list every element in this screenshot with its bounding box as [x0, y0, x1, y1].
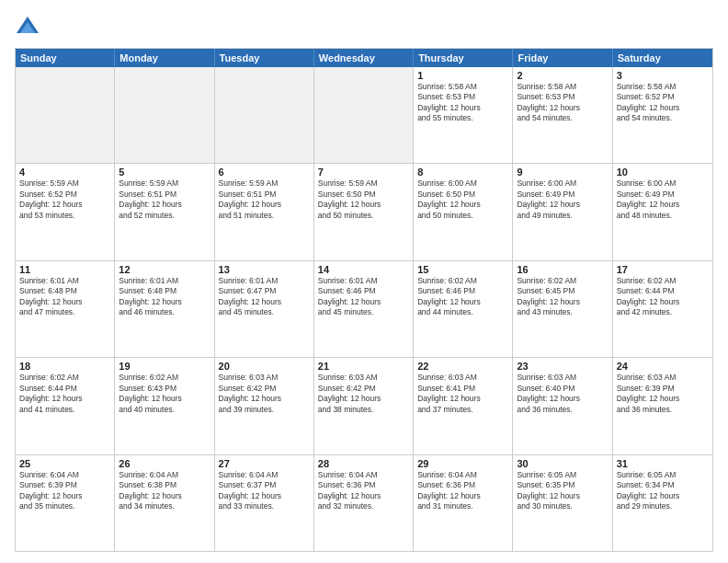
calendar: SundayMondayTuesdayWednesdayThursdayFrid…: [15, 48, 713, 552]
calendar-cell: 16Sunrise: 6:02 AM Sunset: 6:45 PM Dayli…: [513, 261, 612, 357]
calendar-header-cell: Monday: [115, 49, 214, 67]
day-number: 2: [517, 70, 608, 81]
day-number: 18: [19, 361, 110, 372]
day-info: Sunrise: 6:05 AM Sunset: 6:35 PM Dayligh…: [517, 470, 608, 512]
day-info: Sunrise: 6:02 AM Sunset: 6:46 PM Dayligh…: [417, 276, 508, 318]
calendar-header-cell: Thursday: [414, 49, 513, 67]
calendar-row: 1Sunrise: 5:58 AM Sunset: 6:53 PM Daylig…: [16, 67, 712, 163]
calendar-cell: [115, 67, 214, 163]
calendar-cell: 11Sunrise: 6:01 AM Sunset: 6:48 PM Dayli…: [16, 261, 115, 357]
day-number: 8: [417, 167, 508, 178]
day-number: 13: [219, 264, 310, 275]
day-info: Sunrise: 6:02 AM Sunset: 6:45 PM Dayligh…: [517, 276, 608, 318]
day-info: Sunrise: 5:58 AM Sunset: 6:53 PM Dayligh…: [417, 82, 508, 124]
day-number: 21: [318, 361, 409, 372]
day-info: Sunrise: 6:04 AM Sunset: 6:36 PM Dayligh…: [417, 470, 508, 512]
calendar-cell: [215, 67, 314, 163]
calendar-row: 4Sunrise: 5:59 AM Sunset: 6:52 PM Daylig…: [16, 163, 712, 259]
day-info: Sunrise: 6:03 AM Sunset: 6:42 PM Dayligh…: [318, 373, 409, 415]
calendar-cell: 15Sunrise: 6:02 AM Sunset: 6:46 PM Dayli…: [414, 261, 513, 357]
calendar-cell: 30Sunrise: 6:05 AM Sunset: 6:35 PM Dayli…: [513, 455, 612, 551]
calendar-header-cell: Saturday: [613, 49, 712, 67]
day-info: Sunrise: 6:02 AM Sunset: 6:44 PM Dayligh…: [19, 373, 110, 415]
day-number: 20: [219, 361, 310, 372]
day-number: 6: [219, 167, 310, 178]
calendar-cell: 4Sunrise: 5:59 AM Sunset: 6:52 PM Daylig…: [16, 164, 115, 259]
calendar-cell: 29Sunrise: 6:04 AM Sunset: 6:36 PM Dayli…: [414, 455, 513, 551]
day-info: Sunrise: 6:04 AM Sunset: 6:36 PM Dayligh…: [318, 470, 409, 512]
day-number: 26: [119, 458, 210, 469]
day-number: 27: [219, 458, 310, 469]
day-number: 23: [517, 361, 608, 372]
calendar-cell: 26Sunrise: 6:04 AM Sunset: 6:38 PM Dayli…: [115, 455, 214, 551]
day-info: Sunrise: 6:00 AM Sunset: 6:49 PM Dayligh…: [517, 178, 608, 221]
day-number: 12: [119, 264, 210, 275]
day-info: Sunrise: 6:04 AM Sunset: 6:39 PM Dayligh…: [19, 470, 110, 512]
day-info: Sunrise: 6:01 AM Sunset: 6:47 PM Dayligh…: [219, 276, 310, 318]
day-number: 15: [417, 264, 508, 275]
day-number: 5: [119, 167, 210, 178]
calendar-cell: 13Sunrise: 6:01 AM Sunset: 6:47 PM Dayli…: [215, 261, 314, 357]
day-info: Sunrise: 5:59 AM Sunset: 6:52 PM Dayligh…: [19, 178, 110, 221]
calendar-cell: 14Sunrise: 6:01 AM Sunset: 6:46 PM Dayli…: [314, 261, 414, 357]
day-number: 19: [119, 361, 210, 372]
day-info: Sunrise: 6:01 AM Sunset: 6:48 PM Dayligh…: [19, 276, 110, 318]
calendar-cell: 31Sunrise: 6:05 AM Sunset: 6:34 PM Dayli…: [613, 455, 712, 551]
calendar-cell: 12Sunrise: 6:01 AM Sunset: 6:48 PM Dayli…: [115, 261, 214, 357]
calendar-cell: [314, 67, 414, 163]
calendar-cell: 2Sunrise: 5:58 AM Sunset: 6:53 PM Daylig…: [513, 67, 612, 163]
day-number: 29: [417, 458, 508, 469]
calendar-cell: 21Sunrise: 6:03 AM Sunset: 6:42 PM Dayli…: [314, 358, 414, 454]
day-number: 10: [617, 167, 709, 178]
calendar-cell: 24Sunrise: 6:03 AM Sunset: 6:39 PM Dayli…: [613, 358, 712, 454]
day-info: Sunrise: 6:02 AM Sunset: 6:44 PM Dayligh…: [617, 276, 709, 318]
day-info: Sunrise: 5:59 AM Sunset: 6:51 PM Dayligh…: [119, 178, 210, 221]
day-info: Sunrise: 6:01 AM Sunset: 6:46 PM Dayligh…: [318, 276, 409, 318]
day-info: Sunrise: 6:05 AM Sunset: 6:34 PM Dayligh…: [617, 470, 709, 512]
calendar-cell: 6Sunrise: 5:59 AM Sunset: 6:51 PM Daylig…: [215, 164, 314, 259]
calendar-cell: 1Sunrise: 5:58 AM Sunset: 6:53 PM Daylig…: [414, 67, 513, 163]
calendar-cell: 5Sunrise: 5:59 AM Sunset: 6:51 PM Daylig…: [115, 164, 214, 259]
day-info: Sunrise: 6:00 AM Sunset: 6:49 PM Dayligh…: [617, 178, 709, 221]
day-info: Sunrise: 6:00 AM Sunset: 6:50 PM Dayligh…: [417, 178, 508, 221]
day-info: Sunrise: 6:04 AM Sunset: 6:38 PM Dayligh…: [119, 470, 210, 512]
day-info: Sunrise: 5:58 AM Sunset: 6:52 PM Dayligh…: [617, 82, 709, 124]
day-info: Sunrise: 6:03 AM Sunset: 6:39 PM Dayligh…: [617, 373, 709, 415]
day-info: Sunrise: 6:02 AM Sunset: 6:43 PM Dayligh…: [119, 373, 210, 415]
day-number: 1: [417, 70, 508, 81]
calendar-header-cell: Tuesday: [215, 49, 314, 67]
logo: [15, 15, 44, 40]
calendar-cell: 8Sunrise: 6:00 AM Sunset: 6:50 PM Daylig…: [414, 164, 513, 259]
calendar-row: 25Sunrise: 6:04 AM Sunset: 6:39 PM Dayli…: [16, 454, 712, 551]
day-info: Sunrise: 6:03 AM Sunset: 6:42 PM Dayligh…: [219, 373, 310, 415]
logo-icon: [15, 15, 40, 40]
calendar-row: 18Sunrise: 6:02 AM Sunset: 6:44 PM Dayli…: [16, 357, 712, 454]
calendar-cell: 10Sunrise: 6:00 AM Sunset: 6:49 PM Dayli…: [613, 164, 712, 259]
calendar-cell: 25Sunrise: 6:04 AM Sunset: 6:39 PM Dayli…: [16, 455, 115, 551]
day-info: Sunrise: 5:59 AM Sunset: 6:51 PM Dayligh…: [219, 178, 310, 221]
day-number: 3: [617, 70, 709, 81]
calendar-header-cell: Wednesday: [314, 49, 414, 67]
calendar-body: 1Sunrise: 5:58 AM Sunset: 6:53 PM Daylig…: [16, 67, 712, 551]
calendar-cell: [16, 67, 115, 163]
calendar-cell: 27Sunrise: 6:04 AM Sunset: 6:37 PM Dayli…: [215, 455, 314, 551]
calendar-cell: 17Sunrise: 6:02 AM Sunset: 6:44 PM Dayli…: [613, 261, 712, 357]
calendar-header-cell: Sunday: [16, 49, 115, 67]
day-number: 16: [517, 264, 608, 275]
day-number: 25: [19, 458, 110, 469]
day-number: 7: [318, 167, 409, 178]
calendar-cell: 7Sunrise: 5:59 AM Sunset: 6:50 PM Daylig…: [314, 164, 414, 259]
day-info: Sunrise: 5:58 AM Sunset: 6:53 PM Dayligh…: [517, 82, 608, 124]
calendar-cell: 23Sunrise: 6:03 AM Sunset: 6:40 PM Dayli…: [513, 358, 612, 454]
day-info: Sunrise: 6:01 AM Sunset: 6:48 PM Dayligh…: [119, 276, 210, 318]
day-info: Sunrise: 6:03 AM Sunset: 6:41 PM Dayligh…: [417, 373, 508, 415]
calendar-header: SundayMondayTuesdayWednesdayThursdayFrid…: [16, 49, 712, 67]
day-number: 4: [19, 167, 110, 178]
day-info: Sunrise: 6:03 AM Sunset: 6:40 PM Dayligh…: [517, 373, 608, 415]
calendar-cell: 3Sunrise: 5:58 AM Sunset: 6:52 PM Daylig…: [613, 67, 712, 163]
day-number: 9: [517, 167, 608, 178]
calendar-cell: 9Sunrise: 6:00 AM Sunset: 6:49 PM Daylig…: [513, 164, 612, 259]
day-number: 11: [19, 264, 110, 275]
page: SundayMondayTuesdayWednesdayThursdayFrid…: [0, 0, 728, 563]
calendar-cell: 28Sunrise: 6:04 AM Sunset: 6:36 PM Dayli…: [314, 455, 414, 551]
